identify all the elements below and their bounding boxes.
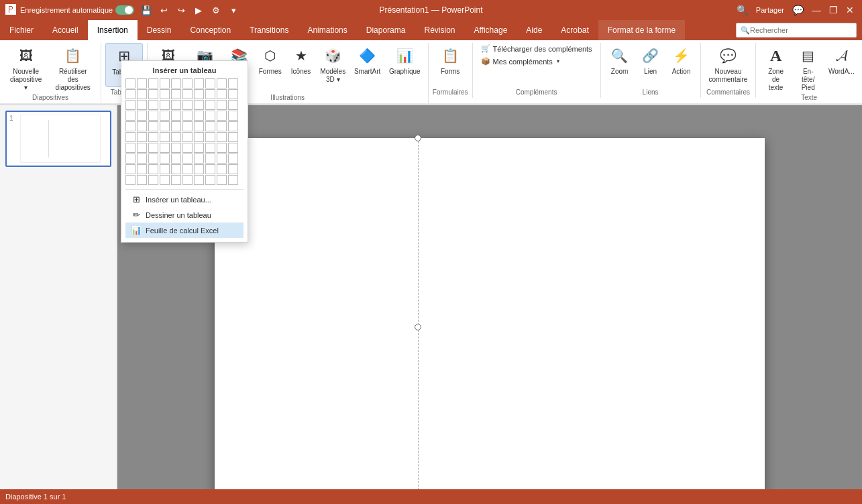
grid-cell[interactable] bbox=[182, 153, 193, 164]
grid-cell[interactable] bbox=[137, 111, 147, 121]
grid-cell[interactable] bbox=[182, 111, 193, 121]
grid-cell[interactable] bbox=[137, 175, 147, 185]
grid-cell[interactable] bbox=[182, 78, 193, 88]
inserer-tableau-item[interactable]: ⊞ Insérer un tableau... bbox=[125, 192, 244, 207]
grid-cell[interactable] bbox=[228, 121, 238, 131]
grid-cell[interactable] bbox=[160, 78, 170, 88]
grid-cell[interactable] bbox=[182, 121, 193, 131]
grid-cell[interactable] bbox=[137, 89, 147, 99]
grid-cell[interactable] bbox=[148, 175, 158, 185]
handle-middle[interactable] bbox=[415, 324, 421, 330]
grid-cell[interactable] bbox=[160, 153, 170, 164]
grid-cell[interactable] bbox=[228, 111, 238, 121]
grid-cell[interactable] bbox=[182, 100, 193, 110]
grid-cell[interactable] bbox=[171, 100, 181, 110]
graphique-button[interactable]: 📊 Graphique bbox=[386, 43, 424, 78]
grid-cell[interactable] bbox=[137, 132, 147, 142]
grid-cell[interactable] bbox=[182, 132, 193, 142]
grid-cell[interactable] bbox=[148, 132, 158, 142]
grid-cell[interactable] bbox=[182, 164, 193, 174]
entete-pied-button[interactable]: ▤ En-tête/Pied bbox=[793, 43, 824, 94]
grid-cell[interactable] bbox=[137, 164, 147, 174]
tab-aide[interactable]: Aide bbox=[517, 20, 551, 40]
grid-cell[interactable] bbox=[194, 121, 204, 131]
search-box[interactable]: 🔍 bbox=[736, 23, 857, 38]
minimize-button[interactable]: — bbox=[809, 3, 824, 17]
comments-icon[interactable]: 💬 bbox=[790, 3, 806, 17]
telecharger-complements-button[interactable]: 🛒 Télécharger des compléments bbox=[477, 43, 596, 54]
grid-cell[interactable] bbox=[194, 164, 204, 174]
grid-cell[interactable] bbox=[205, 143, 215, 153]
zoom-button[interactable]: 🔍 Zoom bbox=[605, 43, 635, 78]
grid-cell[interactable] bbox=[125, 78, 136, 88]
grid-cell[interactable] bbox=[194, 153, 204, 164]
nouvelle-diapositive-button[interactable]: 🖼 Nouvellediapositive ▾ bbox=[4, 43, 48, 94]
lien-button[interactable]: 🔗 Lien bbox=[636, 43, 665, 78]
grid-cell[interactable] bbox=[228, 175, 238, 185]
tab-fichier[interactable]: Fichier bbox=[0, 20, 43, 40]
grid-cell[interactable] bbox=[125, 164, 136, 174]
present-button[interactable]: ▶ bbox=[191, 3, 207, 17]
grid-cell[interactable] bbox=[171, 89, 181, 99]
tab-affichage[interactable]: Affichage bbox=[465, 20, 517, 40]
grid-cell[interactable] bbox=[228, 164, 238, 174]
grid-cell[interactable] bbox=[125, 89, 136, 99]
icones-button[interactable]: ★ Icônes bbox=[286, 43, 315, 78]
modeles3d-button[interactable]: 🎲 Modèles3D ▾ bbox=[317, 43, 349, 86]
grid-cell[interactable] bbox=[171, 143, 181, 153]
grid-cell[interactable] bbox=[228, 132, 238, 142]
grid-cell[interactable] bbox=[205, 132, 215, 142]
grid-cell[interactable] bbox=[205, 111, 215, 121]
grid-cell[interactable] bbox=[148, 143, 158, 153]
feuille-excel-item[interactable]: 📊 Feuille de calcul Excel bbox=[125, 223, 244, 238]
grid-cell[interactable] bbox=[217, 143, 227, 153]
handle-top[interactable] bbox=[415, 135, 421, 141]
grid-cell[interactable] bbox=[182, 175, 193, 185]
grid-cell[interactable] bbox=[160, 143, 170, 153]
grid-cell[interactable] bbox=[228, 143, 238, 153]
grid-cell[interactable] bbox=[217, 121, 227, 131]
grid-cell[interactable] bbox=[125, 175, 136, 185]
grid-cell[interactable] bbox=[160, 175, 170, 185]
grid-cell[interactable] bbox=[125, 111, 136, 121]
search-icon[interactable]: 🔍 bbox=[734, 3, 751, 17]
grid-cell[interactable] bbox=[194, 132, 204, 142]
grid-cell[interactable] bbox=[171, 175, 181, 185]
redo-button[interactable]: ↪ bbox=[173, 3, 189, 17]
grid-cell[interactable] bbox=[194, 175, 204, 185]
grid-cell[interactable] bbox=[125, 132, 136, 142]
grid-cell[interactable] bbox=[205, 100, 215, 110]
grid-cell[interactable] bbox=[125, 121, 136, 131]
save-button[interactable]: 💾 bbox=[138, 3, 154, 17]
close-button[interactable]: ✕ bbox=[843, 3, 857, 17]
grid-cell[interactable] bbox=[160, 89, 170, 99]
grid-cell[interactable] bbox=[182, 143, 193, 153]
restore-button[interactable]: ❐ bbox=[826, 3, 841, 17]
grid-cell[interactable] bbox=[125, 153, 136, 164]
grid-cell[interactable] bbox=[194, 89, 204, 99]
slide-thumb-1[interactable]: 1 bbox=[5, 111, 111, 167]
grid-cell[interactable] bbox=[148, 164, 158, 174]
grid-cell[interactable] bbox=[148, 153, 158, 164]
table-grid[interactable] bbox=[125, 78, 244, 185]
grid-cell[interactable] bbox=[194, 111, 204, 121]
tab-animations[interactable]: Animations bbox=[298, 20, 356, 40]
grid-cell[interactable] bbox=[125, 100, 136, 110]
forms-button[interactable]: 📋 Forms bbox=[435, 43, 465, 78]
tab-dessin[interactable]: Dessin bbox=[138, 20, 181, 40]
grid-cell[interactable] bbox=[137, 153, 147, 164]
grid-cell[interactable] bbox=[194, 143, 204, 153]
grid-cell[interactable] bbox=[217, 175, 227, 185]
search-input[interactable] bbox=[750, 26, 851, 34]
wordart-button[interactable]: 𝓐 WordA... bbox=[825, 43, 858, 78]
grid-cell[interactable] bbox=[137, 78, 147, 88]
grid-cell[interactable] bbox=[205, 121, 215, 131]
grid-cell[interactable] bbox=[160, 100, 170, 110]
autosave-switch[interactable] bbox=[115, 5, 134, 15]
grid-cell[interactable] bbox=[160, 164, 170, 174]
more-button[interactable]: ▾ bbox=[225, 3, 241, 17]
nouveau-commentaire-button[interactable]: 💬 Nouveaucommentaire bbox=[705, 43, 752, 86]
grid-cell[interactable] bbox=[217, 100, 227, 110]
grid-cell[interactable] bbox=[148, 78, 158, 88]
grid-cell[interactable] bbox=[228, 153, 238, 164]
